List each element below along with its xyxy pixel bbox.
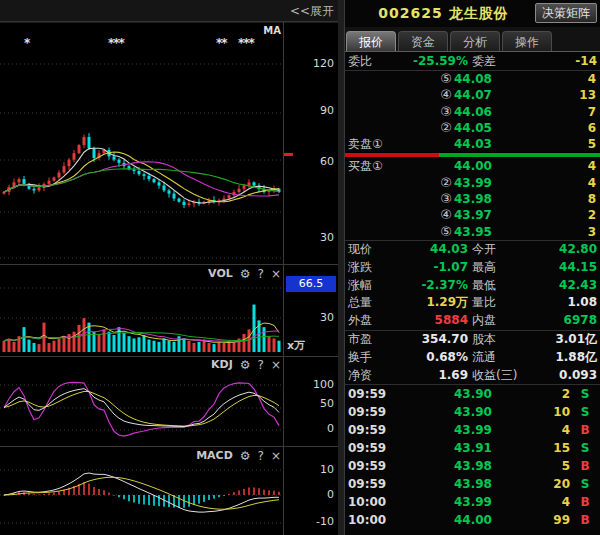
- buy1-row[interactable]: 买盘①44.004: [345, 158, 600, 174]
- tick-side: B: [576, 421, 594, 439]
- tick-row[interactable]: 10:0044.0099B: [345, 511, 600, 529]
- bid-price: 43.97: [454, 207, 492, 223]
- macd-axis-tick: 10: [284, 463, 334, 476]
- close-icon[interactable]: ×: [271, 450, 281, 462]
- help-icon[interactable]: ?: [258, 450, 264, 462]
- trading-app-window: <<展开 MA * *** ** *** 120 90 60 30 VOL ⚙ …: [0, 0, 600, 535]
- stat-value: 354.70: [373, 331, 468, 349]
- tab-操作[interactable]: 操作: [502, 31, 552, 51]
- tick-side: S: [576, 439, 594, 457]
- macd-pane-header: MACD ⚙ ? ×: [196, 449, 281, 462]
- tick-time: 09:59: [348, 475, 386, 493]
- bid-volume: 8: [588, 191, 596, 207]
- quote-panel: 002625 龙生股份 决策矩阵 报价资金分析操作 委比 -25.59% 委差 …: [345, 0, 600, 535]
- stat-row[interactable]: 外盘5884内盘6978: [345, 312, 600, 330]
- help-icon[interactable]: ?: [258, 359, 264, 371]
- bid-row[interactable]: ③43.988: [345, 191, 600, 207]
- tick-price: 44.00: [454, 511, 492, 529]
- level-circle: ⑤: [425, 224, 452, 240]
- ask-price: 44.07: [454, 87, 492, 103]
- stat-value: -2.37%: [373, 277, 468, 295]
- ask-row[interactable]: ④44.0713: [345, 87, 600, 103]
- ask-row[interactable]: ②44.056: [345, 120, 600, 136]
- tick-side: S: [576, 475, 594, 493]
- stat-row[interactable]: 现价44.03今开42.80: [345, 241, 600, 259]
- stat-value: 3.01亿: [555, 331, 597, 349]
- close-icon[interactable]: ×: [271, 268, 281, 280]
- macd-pane-title: MACD: [196, 449, 233, 462]
- gear-icon[interactable]: ⚙: [240, 450, 251, 462]
- weicha-label: 委差: [472, 52, 496, 70]
- stat-label: 量比: [472, 294, 496, 312]
- tick-row[interactable]: 09:5943.902S: [345, 385, 600, 403]
- tick-side: S: [576, 403, 594, 421]
- stat-row[interactable]: 总量1.29万量比1.08: [345, 294, 600, 312]
- stat-label: 总量: [348, 294, 372, 312]
- stat-row[interactable]: 市盈354.70股本3.01亿: [345, 331, 600, 349]
- tick-time: 09:59: [348, 385, 386, 403]
- stat-row[interactable]: 涨幅-2.37%最低42.43: [345, 277, 600, 295]
- gear-icon[interactable]: ⚙: [240, 268, 251, 280]
- help-icon[interactable]: ?: [258, 268, 264, 280]
- decision-matrix-button[interactable]: 决策矩阵: [535, 3, 597, 23]
- sell1-volume: 5: [588, 136, 596, 152]
- sell1-label: 卖盘①: [348, 136, 383, 152]
- bid-row[interactable]: ④43.972: [345, 207, 600, 223]
- stat-label: 流通: [472, 349, 496, 367]
- tick-row[interactable]: 09:5943.9010S: [345, 403, 600, 421]
- stat-value: 5884: [373, 312, 468, 330]
- bid-price: 43.98: [454, 191, 492, 207]
- stat-row[interactable]: 净资1.69收益(三)0.093: [345, 367, 600, 385]
- level-circle: ②: [425, 120, 452, 136]
- tab-分析[interactable]: 分析: [450, 31, 500, 51]
- tick-volume: 2: [495, 385, 570, 403]
- tick-row[interactable]: 09:5943.994B: [345, 421, 600, 439]
- order-book: ⑤44.084④44.0713③44.067②44.056卖盘①44.035买盘…: [345, 71, 600, 240]
- tick-list: 09:5943.902S09:5943.9010S09:5943.994B09:…: [345, 385, 600, 529]
- tick-row[interactable]: 10:0043.994B: [345, 493, 600, 511]
- tick-row[interactable]: 09:5943.9820S: [345, 475, 600, 493]
- stat-label: 换手: [348, 349, 372, 367]
- gear-icon[interactable]: ⚙: [240, 359, 251, 371]
- stat-value: 1.69: [373, 367, 468, 385]
- tick-row[interactable]: 09:5943.985B: [345, 457, 600, 475]
- current-price-marker: [284, 153, 293, 156]
- stock-name: 龙生股份: [449, 5, 509, 21]
- kline-chart-canvas[interactable]: [0, 0, 338, 535]
- bid-row[interactable]: ②43.994: [345, 175, 600, 191]
- chart-topbar: <<展开: [0, 0, 338, 22]
- bid-price: 43.99: [454, 175, 492, 191]
- stats-grid: 现价44.03今开42.80涨跌-1.07最高44.15涨幅-2.37%最低42…: [345, 241, 600, 384]
- stat-value: 0.093: [559, 367, 597, 385]
- price-axis-tick: 60: [284, 155, 334, 168]
- stat-label: 现价: [348, 241, 372, 259]
- kdj-pane-header: KDJ ⚙ ? ×: [211, 358, 281, 371]
- stat-row[interactable]: 换手0.68%流通1.88亿: [345, 349, 600, 367]
- expand-button[interactable]: <<展开: [290, 3, 334, 20]
- tab-资金[interactable]: 资金: [398, 31, 448, 51]
- level-circle: ⑤: [425, 71, 452, 87]
- ask-row[interactable]: ⑤44.084: [345, 71, 600, 87]
- panel-splitter[interactable]: [338, 0, 345, 535]
- tick-time: 09:59: [348, 403, 386, 421]
- tick-row[interactable]: 09:5943.9115S: [345, 439, 600, 457]
- bid-volume: 3: [588, 224, 596, 240]
- stat-label: 涨跌: [348, 259, 372, 277]
- stat-label: 外盘: [348, 312, 372, 330]
- stat-label: 最低: [472, 277, 496, 295]
- vol-pane-header: VOL ⚙ ? ×: [208, 267, 281, 280]
- weibi-row: 委比 -25.59% 委差 -14: [345, 52, 600, 70]
- stat-value: -1.07: [373, 259, 468, 277]
- vol-pane-title: VOL: [208, 267, 233, 280]
- kdj-axis-tick: 0: [284, 422, 334, 435]
- close-icon[interactable]: ×: [271, 359, 281, 371]
- ask-row[interactable]: ③44.067: [345, 104, 600, 120]
- stat-row[interactable]: 涨跌-1.07最高44.15: [345, 259, 600, 277]
- sell1-row[interactable]: 卖盘①44.035: [345, 136, 600, 152]
- tick-volume: 10: [495, 403, 570, 421]
- stat-value: 0.68%: [373, 349, 468, 367]
- price-axis-tick: 90: [284, 104, 334, 117]
- bid-row[interactable]: ⑤43.953: [345, 224, 600, 240]
- ma-marker-1: *: [24, 36, 29, 50]
- tab-报价[interactable]: 报价: [346, 31, 396, 51]
